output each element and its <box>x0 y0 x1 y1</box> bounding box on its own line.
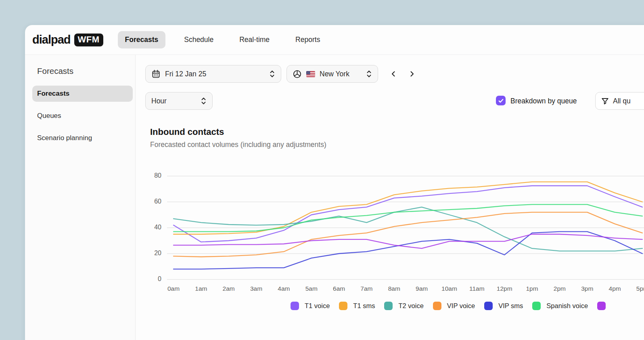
legend-item: VIP sms <box>484 302 523 310</box>
x-tick-label: 8am <box>381 285 407 292</box>
sidebar: Forecasts Forecasts Queues Scenario plan… <box>25 55 136 340</box>
x-tick-label: 3pm <box>574 285 600 292</box>
legend-item: T2 voice <box>384 302 423 310</box>
legend-item: Spanish voice <box>532 302 588 310</box>
nav-tab-schedule[interactable]: Schedule <box>177 31 221 48</box>
x-tick-label: 4am <box>271 285 297 292</box>
inbound-contacts-line-chart <box>136 55 644 297</box>
legend-item: VIP voice <box>433 302 475 310</box>
legend-label: T1 voice <box>305 302 330 310</box>
legend-swatch <box>291 302 299 310</box>
legend-swatch <box>597 302 606 310</box>
sidebar-item-queues[interactable]: Queues <box>37 108 128 124</box>
chart-legend: T1 voiceT1 smsT2 voiceVIP voiceVIP smsSp… <box>291 302 606 310</box>
top-navigation-bar: dialpad WFM Forecasts Schedule Real-time… <box>25 25 644 55</box>
legend-item: T1 sms <box>339 302 375 310</box>
x-tick-label: 10am <box>437 285 462 292</box>
desktop-background: { "header": { "logo": { "text": "dialpad… <box>0 0 644 340</box>
sidebar-item-forecasts[interactable]: Forecasts <box>32 86 133 102</box>
x-tick-label: 2am <box>216 285 242 292</box>
x-tick-label: 1pm <box>519 285 545 292</box>
legend-item <box>597 302 606 310</box>
legend-item: T1 voice <box>291 302 330 310</box>
legend-swatch <box>384 302 393 310</box>
legend-swatch <box>339 302 347 310</box>
y-tick-label: 20 <box>144 250 161 257</box>
x-tick-label: 5am <box>299 285 324 292</box>
series-line-unnamed <box>174 234 642 248</box>
x-tick-label: 12pm <box>491 285 517 292</box>
legend-label: T2 voice <box>398 302 423 310</box>
nav-tab-realtime[interactable]: Real-time <box>232 31 277 48</box>
legend-swatch <box>484 302 493 310</box>
sidebar-heading: Forecasts <box>37 66 128 76</box>
legend-label: VIP sms <box>498 302 523 310</box>
x-tick-label: 0am <box>161 285 186 292</box>
x-tick-label: 9am <box>409 285 435 292</box>
y-tick-label: 0 <box>144 275 161 283</box>
legend-swatch <box>532 302 541 310</box>
app-window: dialpad WFM Forecasts Schedule Real-time… <box>25 25 644 340</box>
dialpad-wfm-logo: dialpad WFM <box>32 33 103 46</box>
series-line-t1-sms <box>174 182 642 234</box>
x-tick-label: 2pm <box>547 285 573 292</box>
x-tick-label: 7am <box>353 285 379 292</box>
y-tick-label: 80 <box>144 172 161 179</box>
x-tick-label: 5pm <box>629 285 644 292</box>
main-content: Fri 12 Jan 25 <box>136 55 644 340</box>
series-line-vip-sms <box>174 232 642 269</box>
logo-wordmark: dialpad <box>32 33 71 46</box>
y-tick-label: 60 <box>144 198 161 205</box>
nav-tab-forecasts[interactable]: Forecasts <box>118 31 166 48</box>
nav-tab-reports[interactable]: Reports <box>288 31 327 48</box>
x-tick-label: 11am <box>464 285 490 292</box>
legend-label: Spanish voice <box>546 302 588 310</box>
y-tick-label: 40 <box>144 224 161 231</box>
sidebar-item-scenario-planning[interactable]: Scenario planning <box>37 130 128 146</box>
legend-label: VIP voice <box>447 302 475 310</box>
wfm-badge: WFM <box>74 34 103 46</box>
x-tick-label: 6am <box>326 285 352 292</box>
series-line-t1-voice <box>174 186 642 242</box>
primary-nav: Forecasts Schedule Real-time Reports <box>118 31 328 48</box>
legend-label: T1 sms <box>353 302 375 310</box>
legend-swatch <box>433 302 441 310</box>
x-tick-label: 4pm <box>602 285 628 292</box>
x-tick-label: 3am <box>243 285 269 292</box>
x-tick-label: 1am <box>188 285 214 292</box>
